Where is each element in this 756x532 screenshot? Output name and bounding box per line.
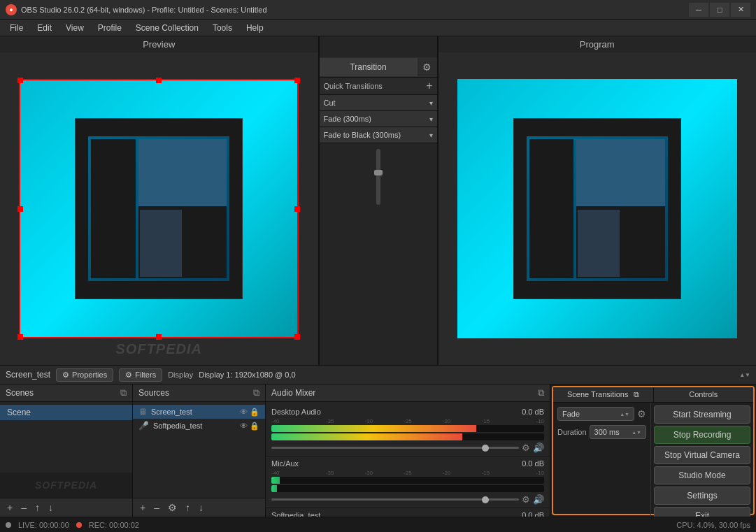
cut-label: Cut <box>324 99 429 107</box>
source-bar-arrows[interactable]: ▲▼ <box>739 372 750 378</box>
st-fade-dropdown[interactable]: Fade ▲▼ <box>557 407 634 421</box>
maximize-button[interactable]: □ <box>710 3 729 17</box>
mic-icon: 🎤 <box>138 421 149 431</box>
source-lock-button-2[interactable]: 🔒 <box>250 422 259 431</box>
preview-label: Preview <box>0 36 318 52</box>
scenes-header-label: Scenes <box>6 388 120 398</box>
audio-track-mic: Mic/Aux 0.0 dB -40-35-30-25-20-15-10 <box>266 456 550 508</box>
sources-remove-button[interactable]: – <box>151 501 162 515</box>
transition-gear-button[interactable]: ⚙ <box>418 57 437 77</box>
transition-slider[interactable] <box>376 149 380 205</box>
sources-settings-button[interactable]: ⚙ <box>165 501 180 515</box>
st-duration-value: 300 ms <box>594 428 632 436</box>
source-item-1[interactable]: 🖥 Screen_test 👁 🔒 <box>133 405 265 419</box>
app-icon: ● <box>6 4 17 15</box>
desktop-volume-slider[interactable] <box>271 447 519 449</box>
menu-profile[interactable]: Profile <box>91 22 129 34</box>
menu-edit[interactable]: Edit <box>30 22 59 34</box>
st-duration-arrows: ▲▼ <box>632 430 641 435</box>
desktop-audio-header: Desktop Audio 0.0 dB <box>271 408 544 416</box>
scene-item-1[interactable]: Scene <box>0 405 132 420</box>
studio-mode-button[interactable]: Studio Mode <box>654 466 750 484</box>
sources-panel: Sources ⧉ 🖥 Screen_test 👁 🔒 🎤 Softpedia_… <box>133 384 266 517</box>
stop-virtual-camera-button[interactable]: Stop Virtual Camera <box>654 446 750 464</box>
desktop-audio-mute-btn[interactable]: 🔊 <box>533 443 544 453</box>
transition-section: Transition ⚙ Quick Transitions + Cut ▾ F… <box>319 36 438 365</box>
softpedia-audio-header: Softpedia_test 0.0 dB <box>271 511 544 517</box>
menu-tools[interactable]: Tools <box>206 22 239 34</box>
st-fade-row: Fade ▲▼ ⚙ <box>557 407 646 421</box>
softpedia-audio-name: Softpedia_test <box>271 511 522 517</box>
audio-mixer-copy-icon[interactable]: ⧉ <box>538 387 544 398</box>
preview-inner <box>75 118 243 300</box>
softpedia-audio-db: 0.0 dB <box>522 511 544 517</box>
fade300-label: Fade (300ms) <box>324 115 429 123</box>
right-panels-body: Fade ▲▼ ⚙ Duration 300 ms ▲▼ <box>553 403 753 517</box>
program-label: Program <box>438 36 757 52</box>
source-name-2: Softpedia_test <box>153 422 236 430</box>
st-duration-label: Duration <box>557 428 587 436</box>
quick-transitions-add-button[interactable]: + <box>426 80 432 92</box>
cut-dropdown[interactable]: Cut ▾ <box>320 95 437 111</box>
filters-button[interactable]: ⚙ Filters <box>119 368 162 382</box>
exit-button[interactable]: Exit <box>654 507 750 517</box>
fade300-dropdown[interactable]: Fade (300ms) ▾ <box>320 111 437 127</box>
close-button[interactable]: ✕ <box>731 3 750 17</box>
transition-button[interactable]: Transition <box>320 58 418 76</box>
live-dot <box>6 522 11 528</box>
scenes-watermark-area: SOFTPEDIA <box>0 473 132 498</box>
menu-view[interactable]: View <box>59 22 91 34</box>
sources-copy-icon[interactable]: ⧉ <box>253 387 259 398</box>
minimize-button[interactable]: ─ <box>689 3 708 17</box>
mic-audio-settings-btn[interactable]: ⚙ <box>522 494 530 505</box>
program-section: Program <box>438 36 757 365</box>
st-gear-button[interactable]: ⚙ <box>637 408 646 419</box>
st-duration-input[interactable]: 300 ms ▲▼ <box>590 425 646 439</box>
audio-mixer-content: Desktop Audio 0.0 dB -40-35-30-25-20-15-… <box>266 402 550 517</box>
scenes-remove-button[interactable]: – <box>18 501 29 515</box>
cut-chevron-icon: ▾ <box>429 99 433 107</box>
mic-volume-slider[interactable] <box>271 498 519 501</box>
start-streaming-button[interactable]: Start Streaming <box>654 405 750 424</box>
sources-down-button[interactable]: ↓ <box>196 501 206 515</box>
mic-slider-thumb <box>482 496 489 503</box>
stop-recording-button[interactable]: Stop Recording <box>654 426 750 444</box>
menu-scene-collection[interactable]: Scene Collection <box>129 22 206 34</box>
scenes-panel-content: Scene <box>0 402 132 473</box>
source-eye-button-1[interactable]: 👁 <box>240 408 248 417</box>
sources-panel-content: 🖥 Screen_test 👁 🔒 🎤 Softpedia_test 👁 🔒 <box>133 402 265 498</box>
source-lock-button-1[interactable]: 🔒 <box>250 408 259 417</box>
mic-audio-mute-btn[interactable]: 🔊 <box>533 494 544 505</box>
controls-label: Controls <box>689 390 718 398</box>
mic-audio-name: Mic/Aux <box>271 459 522 468</box>
source-eye-button-2[interactable]: 👁 <box>240 422 248 431</box>
properties-button[interactable]: ⚙ Properties <box>56 368 113 382</box>
scenes-up-button[interactable]: ↑ <box>32 501 43 515</box>
sources-panel-header: Sources ⧉ <box>133 384 265 402</box>
source-name-tag: Screen_test <box>6 370 50 380</box>
fade-black-dropdown[interactable]: Fade to Black (300ms) ▾ <box>320 127 437 143</box>
properties-label: Properties <box>72 371 107 379</box>
sources-add-button[interactable]: + <box>137 501 148 515</box>
display-label: Display <box>168 371 193 379</box>
scene-transitions-copy-icon[interactable]: ⧉ <box>634 390 639 398</box>
title-bar-text: OBS Studio 26.0.2 (64-bit, windows) - Pr… <box>21 6 689 14</box>
desktop-audio-settings-btn[interactable]: ⚙ <box>522 443 530 453</box>
source-controls-2: 👁 🔒 <box>240 422 259 431</box>
menu-file[interactable]: File <box>3 22 30 34</box>
sources-up-button[interactable]: ↑ <box>183 501 193 515</box>
controls-tab: Controls <box>654 387 754 402</box>
st-duration-row: Duration 300 ms ▲▼ <box>557 425 646 439</box>
menu-help[interactable]: Help <box>239 22 271 34</box>
audio-mixer-panel: Audio Mixer ⧉ Desktop Audio 0.0 dB -40-3… <box>266 384 550 517</box>
settings-button[interactable]: Settings <box>654 487 750 505</box>
mic-audio-header: Mic/Aux 0.0 dB <box>271 459 544 468</box>
mic-audio-meter-2 <box>271 485 544 492</box>
preview-panel-1 <box>91 139 135 278</box>
source-item-2[interactable]: 🎤 Softpedia_test 👁 🔒 <box>133 419 265 433</box>
scenes-copy-icon[interactable]: ⧉ <box>120 387 127 398</box>
scenes-down-button[interactable]: ↓ <box>45 501 56 515</box>
scenes-panel-header: Scenes ⧉ <box>0 384 132 402</box>
desktop-audio-meter-2 <box>271 433 544 440</box>
scenes-add-button[interactable]: + <box>4 501 15 515</box>
